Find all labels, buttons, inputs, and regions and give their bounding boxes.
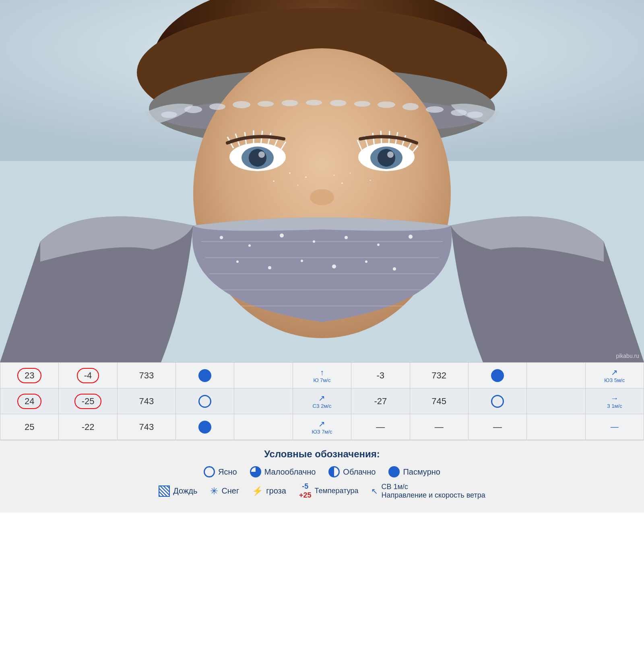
legend-item-cloudy: Облачно [328,466,376,477]
weather-table: 23 -4 733 ↑ Ю 7м/с -3 732 [0,362,644,440]
svg-point-43 [409,235,413,239]
pressure2-cell: — [410,414,468,440]
day-cell: 24 [0,388,59,414]
svg-point-42 [377,244,380,246]
wind-legend-label: СВ 1м/с Направление и скорость ветра [381,483,485,500]
cloud-cell [176,388,234,414]
svg-point-8 [249,149,266,167]
legend-wind-item: ↖ СВ 1м/с Направление и скорость ветра [371,483,485,500]
wind-cell: ↗ ЮЗ 7м/с [293,414,351,440]
wind-legend-desc: Направление и скорость ветра [381,491,485,499]
wind-arrow-icon: ↗ [296,393,348,403]
legend-item-clear: Ясно [204,466,237,477]
svg-point-40 [313,240,315,243]
svg-point-70 [451,109,467,116]
svg-point-50 [289,172,291,174]
svg-point-45 [268,266,271,269]
svg-point-52 [305,176,307,178]
cloud2-cell [468,388,526,414]
legend-title: Условные обозначения: [16,448,628,460]
wind2-arrow-icon: ↗ [589,368,640,377]
temp-cell: -22 [59,414,117,440]
wind-arrow-icon: ↗ [296,419,348,429]
wind2-label: ЮЗ 5м/с [589,377,640,383]
temp-display: -5 +25 [299,482,312,500]
legend-item-storm: ⚡ гроза [252,486,286,496]
svg-point-48 [365,260,367,263]
svg-point-37 [220,236,223,239]
cloud-icon-empty [198,395,211,408]
svg-point-60 [209,103,225,110]
partly-cloudy-label: Малооблачно [264,467,316,477]
wind-label: СЗ 2м/с [296,403,348,409]
table-row: 25 -22 743 ↗ ЮЗ 7м/с — — — — [0,414,644,440]
cloudy-icon [328,466,340,477]
spacer-cell [234,414,293,440]
temp2-cell: -3 [351,363,410,388]
table-row: 23 -4 733 ↑ Ю 7м/с -3 732 [0,363,644,388]
wind-direction-icon: ↖ [371,486,378,496]
cloud2-cell [468,363,526,388]
svg-point-9 [258,151,265,158]
spacer2-cell [527,363,585,388]
cloud2-icon-filled [491,369,504,382]
photo-section: pikabu.ru [0,0,644,362]
svg-point-53 [334,175,335,176]
temp-cell: -4 [59,363,117,388]
wind-cell: ↑ Ю 7м/с [293,363,351,388]
cloudy-label: Облачно [343,467,376,477]
svg-point-61 [233,101,250,108]
svg-point-21 [387,151,394,158]
clear-label: Ясно [218,467,237,477]
legend-item-overcast: Пасмурно [388,466,440,477]
rain-label: Дождь [173,486,197,496]
wind-arrow-icon: ↑ [296,368,348,377]
clear-sky-icon [204,466,215,477]
svg-point-57 [370,180,371,181]
legend-item-partly-cloudy: Малооблачно [250,466,316,477]
cloud-icon-filled [198,421,211,434]
svg-point-51 [297,185,299,186]
temp2-cell: — [351,414,410,440]
svg-point-64 [306,100,322,105]
spacer2-cell [527,388,585,414]
spacer-cell [234,363,293,388]
winter-portrait-svg [0,0,644,362]
cloud-icon-filled [198,369,211,382]
day-highlight: 24 [17,394,41,409]
legend-cloud-row: Ясно Малооблачно Облачно Пасмурно [16,466,628,477]
temp-cell: -25 [59,388,117,414]
temp-highlight: -25 [74,394,102,409]
svg-point-41 [345,236,348,239]
spacer2-cell [527,414,585,440]
svg-point-59 [184,106,202,113]
svg-point-47 [332,264,336,269]
pressure2-cell: 745 [410,388,468,414]
wind-label: ЮЗ 7м/с [296,429,348,435]
svg-point-63 [282,100,298,106]
wind2-cell: — [585,414,644,440]
legend-item-snow: ✳ Снег [210,485,239,497]
spacer-cell [234,388,293,414]
svg-point-46 [301,260,303,262]
temp2-cell: -27 [351,388,410,414]
pressure-cell: 733 [117,363,175,388]
wind-label: Ю 7м/с [296,377,348,383]
svg-point-71 [467,112,483,118]
pressure2-cell: 732 [410,363,468,388]
wind-example: СВ 1м/с [381,483,408,491]
day-cell: 25 [0,414,59,440]
svg-point-67 [378,101,395,108]
wind2-cell: → З 1м/с [585,388,644,414]
pressure-cell: 743 [117,414,175,440]
snow-icon: ✳ [210,485,218,497]
temp-legend-label: Температура [314,487,358,495]
svg-point-54 [341,182,343,184]
svg-point-65 [330,100,346,106]
temp-warm-value: +25 [299,491,312,500]
svg-point-38 [248,244,251,247]
legend-section: Условные обозначения: Ясно Малооблачно О… [0,440,644,512]
legend-weather-row: Дождь ✳ Снег ⚡ гроза -5 +25 Температура … [16,482,628,500]
watermark: pikabu.ru [616,353,639,359]
svg-point-20 [378,149,395,167]
